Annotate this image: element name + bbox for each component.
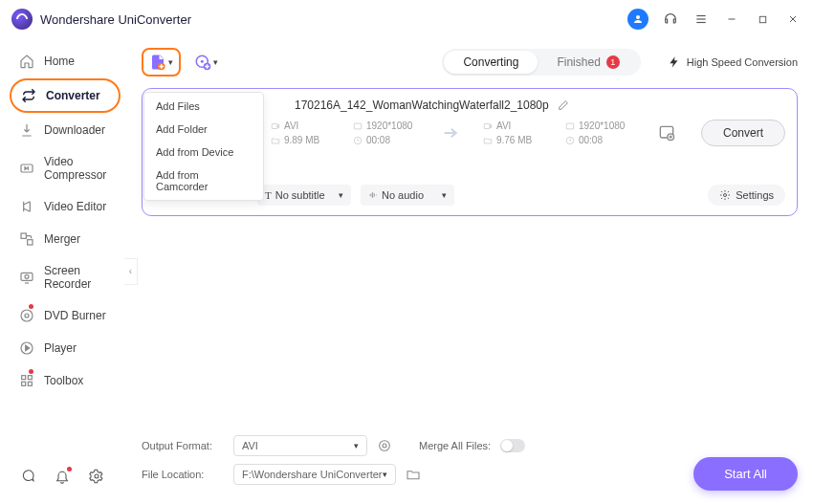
sidebar-item-editor[interactable]: Video Editor <box>10 191 121 222</box>
menu-icon[interactable] <box>692 11 710 28</box>
add-dvd-dropdown-button[interactable]: ▾ <box>190 50 222 75</box>
merge-toggle[interactable] <box>500 439 525 452</box>
sidebar-item-label: Toolbox <box>44 374 83 387</box>
merge-label: Merge All Files: <box>419 440 491 451</box>
chevron-down-icon: ▾ <box>168 57 173 67</box>
menu-add-camcorder[interactable]: Add from Camcorder <box>144 164 263 198</box>
account-avatar[interactable] <box>627 9 648 30</box>
close-button[interactable] <box>784 11 802 28</box>
sidebar-item-player[interactable]: Player <box>10 333 121 363</box>
audio-icon <box>368 190 378 200</box>
notifications-icon[interactable] <box>54 468 71 485</box>
minimize-button[interactable] <box>723 11 740 28</box>
output-settings-icon[interactable] <box>377 438 392 453</box>
svg-point-23 <box>201 60 204 63</box>
chevron-down-icon: ▾ <box>442 190 447 200</box>
subtitle-value: No subtitle <box>275 189 325 201</box>
file-location-label: File Location: <box>142 469 224 480</box>
tab-finished[interactable]: Finished1 <box>538 51 638 74</box>
svg-rect-28 <box>484 123 490 128</box>
sidebar-item-label: Home <box>44 55 75 68</box>
svg-rect-10 <box>28 240 33 245</box>
dst-format: AVI <box>496 121 511 131</box>
edit-name-icon[interactable] <box>557 99 569 112</box>
svg-rect-17 <box>28 376 32 380</box>
output-preset-icon[interactable] <box>657 123 676 142</box>
menu-add-folder[interactable]: Add Folder <box>144 118 263 141</box>
dst-size: 9.76 MB <box>496 135 532 145</box>
add-files-dropdown-button[interactable]: ▾ Add Files Add Folder Add from Device A… <box>142 48 181 77</box>
svg-rect-16 <box>22 376 26 380</box>
subtitle-select[interactable]: TNo subtitle ▾ <box>257 185 351 206</box>
app-title: Wondershare UniConverter <box>40 12 627 27</box>
sidebar-item-label: Player <box>44 341 77 355</box>
svg-point-13 <box>21 310 33 321</box>
notification-dot <box>29 369 33 374</box>
maximize-button[interactable] <box>754 11 771 28</box>
lightning-icon <box>668 55 681 69</box>
src-format: AVI <box>284 121 298 131</box>
sidebar-item-label: Video Editor <box>44 200 106 213</box>
sidebar-item-label: Downloader <box>44 123 105 137</box>
clock-icon <box>565 136 575 145</box>
sidebar-item-label: Video Compressor <box>44 155 111 182</box>
sidebar-item-home[interactable]: Home <box>10 46 121 77</box>
src-duration: 00:08 <box>366 135 390 145</box>
sidebar-item-converter[interactable]: Converter <box>10 78 121 113</box>
svg-point-0 <box>636 15 640 19</box>
output-format-value: AVI <box>242 440 258 451</box>
file-location-select[interactable]: F:\Wondershare UniConverter▾ <box>233 464 396 485</box>
svg-point-39 <box>380 441 390 451</box>
dst-duration: 00:08 <box>579 135 603 145</box>
resolution-icon <box>353 121 363 131</box>
item-settings-button[interactable]: Settings <box>708 185 785 206</box>
src-size: 9.89 MB <box>284 135 319 145</box>
notification-dot <box>67 467 72 471</box>
sidebar-item-compressor[interactable]: Video Compressor <box>10 147 121 189</box>
sidebar-item-toolbox[interactable]: Toolbox <box>10 365 121 396</box>
sidebar-item-merger[interactable]: Merger <box>10 224 121 254</box>
svg-rect-5 <box>759 16 765 22</box>
file-location-value: F:\Wondershare UniConverter <box>242 469 383 480</box>
svg-point-12 <box>25 274 29 278</box>
chevron-down-icon: ▾ <box>213 57 218 67</box>
support-icon[interactable] <box>662 11 679 28</box>
output-format-select[interactable]: AVI▾ <box>233 435 367 456</box>
svg-point-40 <box>383 444 386 448</box>
convert-button[interactable]: Convert <box>701 120 785 146</box>
tab-converting[interactable]: Converting <box>444 51 538 74</box>
menu-add-files[interactable]: Add Files <box>144 95 263 118</box>
svg-rect-26 <box>354 123 362 129</box>
open-folder-icon[interactable] <box>406 467 421 482</box>
hsc-label: High Speed Conversion <box>687 56 798 68</box>
audio-value: No audio <box>382 189 424 201</box>
feedback-icon[interactable] <box>19 468 36 485</box>
arrow-right-icon <box>441 122 462 143</box>
sidebar-item-label: DVD Burner <box>44 309 106 322</box>
svg-rect-11 <box>21 273 33 280</box>
notification-dot <box>29 304 33 309</box>
svg-rect-19 <box>28 382 32 385</box>
gear-icon <box>719 189 731 201</box>
svg-rect-18 <box>22 382 26 385</box>
app-logo <box>11 9 33 30</box>
chevron-down-icon: ▾ <box>339 190 343 200</box>
sidebar-item-dvd[interactable]: DVD Burner <box>10 300 121 331</box>
start-all-button[interactable]: Start All <box>693 457 798 491</box>
settings-icon[interactable] <box>88 468 105 485</box>
dst-resolution: 1920*1080 <box>579 121 625 131</box>
sidebar-item-downloader[interactable]: Downloader <box>10 115 121 145</box>
src-resolution: 1920*1080 <box>366 121 412 131</box>
high-speed-conversion-toggle[interactable]: High Speed Conversion <box>668 55 798 69</box>
output-format-label: Output Format: <box>142 440 224 451</box>
sidebar-item-recorder[interactable]: Screen Recorder <box>10 256 121 298</box>
sidebar-item-label: Screen Recorder <box>44 264 111 291</box>
settings-label: Settings <box>736 189 774 201</box>
finished-count-badge: 1 <box>606 55 620 69</box>
svg-point-14 <box>25 314 29 318</box>
svg-rect-29 <box>566 123 574 129</box>
audio-select[interactable]: No audio ▾ <box>361 185 454 206</box>
menu-add-device[interactable]: Add from Device <box>144 141 263 164</box>
add-files-menu: Add Files Add Folder Add from Device Add… <box>143 92 264 201</box>
file-name: 170216A_142_WomanWatchingWaterfall2_1080… <box>295 99 549 112</box>
